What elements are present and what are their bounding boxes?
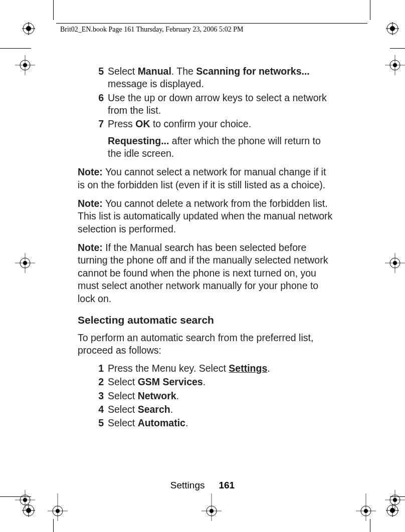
cross-mark-icon xyxy=(356,493,376,521)
step-item: 3 Select Network. xyxy=(93,390,333,402)
note-paragraph: Note: If the Manual search has been sele… xyxy=(78,241,333,305)
cross-mark-icon xyxy=(385,253,405,273)
steps-list-bottom: 1 Press the Menu key. Select Settings. 2… xyxy=(93,362,333,430)
note-paragraph: Note: You cannot select a network for ma… xyxy=(78,166,333,191)
cross-mark-icon xyxy=(15,55,35,75)
step-text: Select Manual. The Scanning for networks… xyxy=(108,65,333,91)
step-item: 5 Select Automatic. xyxy=(93,417,333,429)
step-number: 5 xyxy=(93,65,104,91)
steps-list-top: 5 Select Manual. The Scanning for networ… xyxy=(93,65,333,131)
registration-mark-icon xyxy=(22,22,35,35)
step-number: 5 xyxy=(93,417,104,429)
step-text: Select Automatic. xyxy=(108,417,333,429)
step-text: Press the Menu key. Select Settings. xyxy=(108,362,333,375)
section-heading: Selecting automatic search xyxy=(78,313,333,327)
step-number: 3 xyxy=(93,390,104,402)
crop-mark xyxy=(53,0,54,20)
step-item: 6 Use the up or down arrow keys to selec… xyxy=(93,92,333,117)
sub-paragraph: Requesting... after which the phone will… xyxy=(108,135,333,160)
step-item: 7 Press OK to confirm your choice. xyxy=(93,118,333,130)
cross-mark-icon xyxy=(385,490,405,510)
step-text: Use the up or down arrow keys to select … xyxy=(108,92,333,117)
step-text: Select Search. xyxy=(108,403,333,416)
step-number: 6 xyxy=(93,92,104,117)
cross-mark-icon xyxy=(15,490,35,510)
crop-mark xyxy=(0,48,31,49)
page-content: 5 Select Manual. The Scanning for networ… xyxy=(78,65,333,431)
crop-mark xyxy=(390,48,405,49)
step-item: 1 Press the Menu key. Select Settings. xyxy=(93,362,333,375)
note-paragraph: Note: You cannot delete a network from t… xyxy=(78,197,333,235)
page-footer: Settings161 xyxy=(0,480,405,491)
step-item: 5 Select Manual. The Scanning for networ… xyxy=(93,65,333,91)
intro-paragraph: To perform an automatic search from the … xyxy=(78,332,333,357)
step-item: 4 Select Search. xyxy=(93,403,333,416)
step-number: 2 xyxy=(93,376,104,388)
step-number: 4 xyxy=(93,403,104,416)
cross-mark-icon xyxy=(201,493,222,521)
step-text: Press OK to confirm your choice. xyxy=(108,118,333,130)
footer-section: Settings xyxy=(170,480,205,490)
cross-mark-icon xyxy=(385,55,405,75)
crop-mark xyxy=(370,0,370,20)
cross-mark-icon xyxy=(15,253,35,273)
cross-mark-icon xyxy=(48,493,68,521)
footer-page-number: 161 xyxy=(219,480,235,490)
step-text: Select Network. xyxy=(108,390,333,402)
step-item: 2 Select GSM Services. xyxy=(93,376,333,388)
running-header: Brit02_EN.book Page 161 Thursday, Februa… xyxy=(60,26,244,34)
step-number: 7 xyxy=(93,118,104,130)
registration-mark-icon xyxy=(386,22,399,35)
header-rule xyxy=(56,23,367,24)
step-number: 1 xyxy=(93,362,104,375)
step-text: Select GSM Services. xyxy=(108,376,333,388)
